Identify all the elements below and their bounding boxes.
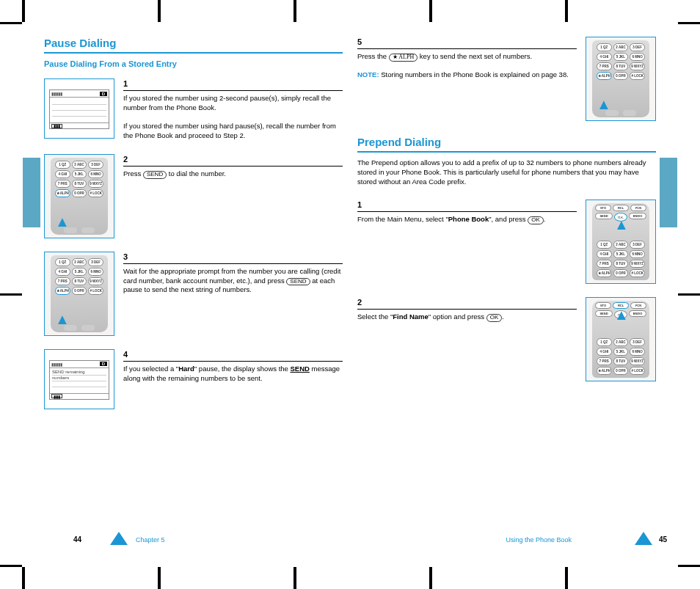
mini-key: END/O: [629, 213, 646, 219]
step-text: 4 If you selected a "Hard" pause, the di…: [123, 349, 343, 409]
key: # LOCK: [88, 287, 103, 295]
key: 8 TUV: [72, 180, 87, 188]
ok-key-inline: OK: [528, 216, 544, 224]
key: 0 OPR: [613, 269, 629, 277]
key: 9 WXYZ: [630, 260, 645, 268]
left-page: Pause Dialing Pause Dialing From a Store…: [44, 37, 343, 422]
key: 1 QZ: [597, 43, 612, 51]
step-number: 2: [357, 297, 577, 310]
pointer-arrow-icon: ▲: [597, 96, 611, 113]
keypad-illustration: 1 QZ 2 ABC 3 DEF 4 GHI 5 JKL 6 MNO 7 PRS…: [44, 154, 114, 238]
step-text: 5 Press the ★ ALPH key to send the next …: [357, 37, 577, 121]
screen-line: [52, 99, 106, 105]
mini-key: FCN: [630, 302, 646, 309]
intro-text: The Prepend option allows you to add a p…: [357, 158, 656, 186]
key: 7 PRS: [597, 62, 612, 70]
crop-mark: [294, 0, 296, 22]
crop-mark: [565, 567, 568, 589]
step-row: ▮▮▮▮▮D SEND remaining numbers ▮▮▮ 4 If y…: [44, 349, 343, 409]
key: 7 PRS: [55, 180, 70, 188]
key: # LOCK: [630, 269, 645, 277]
key: 5 JKL: [613, 53, 629, 61]
key: 6 MNO: [88, 170, 103, 178]
mini-key: END/O: [629, 310, 646, 317]
key: 0 OPR: [613, 367, 629, 375]
send-key-inline: SEND: [143, 171, 167, 179]
page-number: 45: [659, 535, 667, 544]
crop-mark: [429, 567, 432, 589]
mini-key: FCN: [630, 205, 646, 211]
key: 9 WXYZ: [88, 180, 103, 188]
key-star: ★ ALPH: [55, 287, 70, 295]
step-number: 5: [357, 37, 577, 49]
star-key-inline: ★ ALPH: [389, 54, 418, 62]
key: 6 MNO: [630, 250, 645, 258]
crop-marks-right: [671, 0, 700, 589]
key: ★ ALPH: [597, 367, 612, 375]
crop-mark: [429, 0, 432, 22]
section-subtitle: Pause Dialing From a Stored Entry: [44, 59, 343, 68]
key: 1 QZ: [55, 161, 70, 169]
key: # LOCK: [630, 72, 645, 80]
key: 8 TUV: [613, 260, 629, 268]
screen-line: SEND remaining: [52, 370, 106, 376]
note-text: Storing numbers in the Phone Book is exp…: [381, 70, 569, 78]
key: 7 PRS: [597, 357, 612, 365]
crop-mark: [678, 565, 700, 567]
key: 9 WXYZ: [630, 357, 645, 365]
crop-mark: [0, 565, 22, 567]
step-text: 2 Select the "Find Name" option and pres…: [357, 297, 577, 381]
key: 1 QZ: [597, 241, 612, 249]
key: 4 GHI: [597, 348, 612, 356]
step-number: 2: [123, 154, 343, 167]
screen-illustration: ▮▮▮▮▮D SEND remaining numbers ▮▮▮: [44, 349, 114, 409]
key: 3 DEF: [630, 43, 645, 51]
key: 8 TUV: [72, 277, 87, 285]
key: 7 PRS: [55, 277, 70, 285]
key: 1 QZ: [55, 258, 70, 266]
key: 5 JKL: [613, 250, 629, 258]
key: 9 WXYZ: [88, 277, 103, 285]
key: 8 TUV: [613, 62, 629, 70]
key: 8 TUV: [613, 357, 629, 365]
key: 3 DEF: [88, 161, 103, 169]
step-text: 1 If you stored the number using 2-secon…: [123, 78, 343, 141]
key-star: ★ ALPH: [597, 72, 612, 80]
key: # LOCK: [630, 367, 645, 375]
screen-line: numbers: [52, 376, 106, 381]
key: 0 OPR: [72, 189, 87, 197]
step-number: 1: [357, 200, 577, 212]
crop-mark: [158, 0, 161, 22]
key: 3 DEF: [630, 241, 645, 249]
key: 6 MNO: [630, 53, 645, 61]
step-number: 1: [123, 78, 343, 91]
key: 4 GHI: [55, 268, 70, 276]
chapter-title: Chapter 5: [136, 536, 165, 544]
key: 6 MNO: [630, 348, 645, 356]
send-key-inline: SEND: [286, 278, 310, 286]
battery-icon: ▮▮▮: [51, 394, 62, 398]
mini-key: STO: [595, 302, 611, 309]
step-row: ▮▮▮▮▮D ▮▮▮ 1 If you stored the number us…: [44, 78, 343, 141]
key: 5 JKL: [72, 170, 87, 178]
pointer-arrow-icon: ▲: [55, 311, 70, 328]
step-text: 3 Wait for the appropriate prompt from t…: [123, 252, 343, 336]
key: 2 ABC: [72, 258, 87, 266]
side-tab: [23, 158, 40, 227]
screen-line: [52, 105, 106, 111]
key: 4 GHI: [55, 170, 70, 178]
right-page: 5 Press the ★ ALPH key to send the next …: [357, 37, 656, 422]
side-tab: [660, 158, 677, 227]
crop-marks-top: [0, 0, 700, 29]
key: 5 JKL: [72, 268, 87, 276]
d-badge: D: [100, 92, 107, 96]
key: 4 GHI: [597, 250, 612, 258]
key: 4 GHI: [597, 53, 612, 61]
signal-icon: ▮▮▮▮▮: [51, 362, 62, 367]
mini-key: SEND: [595, 310, 613, 317]
page-number: 44: [73, 535, 81, 544]
keypad-illustration: 1 QZ 2 ABC 3 DEF 4 GHI 5 JKL 6 MNO 7 PRS…: [586, 37, 656, 121]
key: 3 DEF: [630, 338, 645, 346]
signal-icon: ▮▮▮▮▮: [51, 91, 62, 96]
key: 2 ABC: [613, 241, 629, 249]
